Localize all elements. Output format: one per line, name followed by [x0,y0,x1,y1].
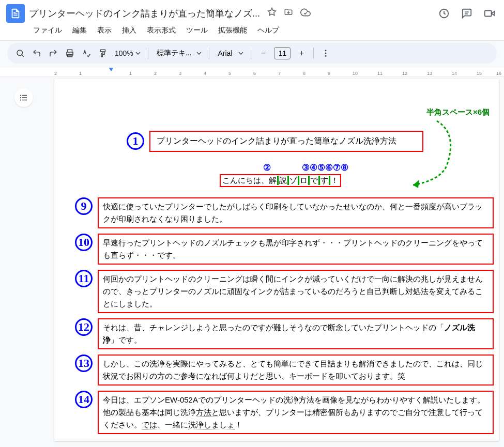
annotation-note: 半角スペース×6個 [426,107,490,117]
menu-tools[interactable]: ツール [182,24,212,37]
move-icon[interactable] [284,7,293,20]
annotation-circle-12: 12 [75,318,93,336]
menu-extensions[interactable]: 拡張機能 [214,24,251,37]
comment-icon[interactable] [461,7,473,20]
font-size-decrease[interactable]: − [255,45,271,61]
paint-format-icon[interactable] [95,45,111,61]
menu-edit[interactable]: 編集 [68,24,91,37]
svg-point-15 [20,97,21,98]
document-page[interactable]: 半角スペース×6個 1 プリンターヘッドのインク詰まりが直った簡単なノズル洗浄方… [54,79,499,441]
font-size-increase[interactable]: + [294,45,309,61]
svg-point-13 [20,95,21,96]
ruler[interactable]: 2 1 1 2 3 4 5 6 7 8 9 10 11 12 13 14 15 … [0,68,504,77]
search-icon[interactable] [12,45,28,61]
svg-point-11 [325,53,327,54]
greeting-box: こんにちは、解説ゾロです！ [220,174,341,187]
svg-rect-18 [22,100,27,101]
print-icon[interactable] [62,45,78,61]
outline-toggle[interactable] [14,88,33,107]
menu-view[interactable]: 表示 [93,24,116,37]
annotation-circle-9: 9 [75,197,93,215]
font-select[interactable]: Arial [213,49,247,57]
annotation-circle-13: 13 [75,354,93,372]
redo-icon[interactable] [45,45,61,61]
paragraph-11: 何回かのプリントヘッドのクリーニングは瞬く間にインクが減っていくだけで一向に解決… [98,270,494,313]
history-icon[interactable] [438,7,450,20]
svg-point-6 [17,50,23,56]
annotation-circles-2to8: ② ③ ④ ⑤ ⑥ ⑦ ⑧ [263,162,494,173]
paragraph-10: 早速行ったプリントヘッドのノズルチェックも黒が印字されず・・・プリントヘッドのク… [98,234,494,265]
svg-point-10 [325,50,327,51]
star-icon[interactable] [267,7,277,20]
more-icon[interactable] [318,45,333,61]
meet-icon[interactable] [483,7,496,20]
paragraph-12: それは、昔、チャレンジしようと思ったのですが難しそうなので断念していたプリントヘ… [98,318,494,349]
annotation-circle-14: 14 [75,391,93,408]
docs-logo[interactable] [6,4,25,23]
paragraph-13: しかし、この洗浄を実際にやってみると、とても簡単にできて目詰まりも解消できました… [98,354,494,386]
undo-icon[interactable] [29,45,44,61]
paragraph-style-select[interactable]: 標準テキ... [152,49,205,58]
menu-insert[interactable]: 挿入 [118,24,141,37]
paragraph-14: 今日は、エプソンEW-052Aでのプリンターヘッドの洗浄方法を画像を見ながらわか… [98,391,494,434]
zoom-select[interactable]: 100% [112,49,144,57]
title-box: プリンターヘッドのインク詰まりが直った簡単なノズル洗浄方法 [149,131,423,152]
svg-point-17 [20,99,21,100]
font-size-input[interactable]: 11 [274,47,291,59]
doc-title[interactable]: プリンターヘッドのインク詰まりが直った簡単なノズ... [29,7,260,20]
annotation-circle-1: 1 [127,132,144,150]
paragraph-9: 快適に使っていたプリンターでしたがしばらく印刷をしていなかったせいなのか、何と一… [98,197,494,228]
svg-rect-14 [22,95,27,96]
menu-format[interactable]: 表示形式 [143,24,180,37]
annotation-circle-11: 11 [75,270,93,287]
svg-rect-16 [22,97,27,98]
menu-file[interactable]: ファイル [29,24,66,37]
svg-rect-4 [485,11,492,17]
spellcheck-icon[interactable] [79,45,94,61]
svg-marker-0 [268,8,276,16]
menu-help[interactable]: ヘルプ [253,24,283,37]
toolbar: 100% 標準テキ... Arial − 11 + [7,43,497,64]
svg-line-7 [22,55,23,56]
annotation-circle-10: 10 [75,234,93,251]
indent-marker[interactable] [109,68,114,71]
cloud-icon[interactable] [300,7,311,20]
svg-point-12 [325,55,327,57]
